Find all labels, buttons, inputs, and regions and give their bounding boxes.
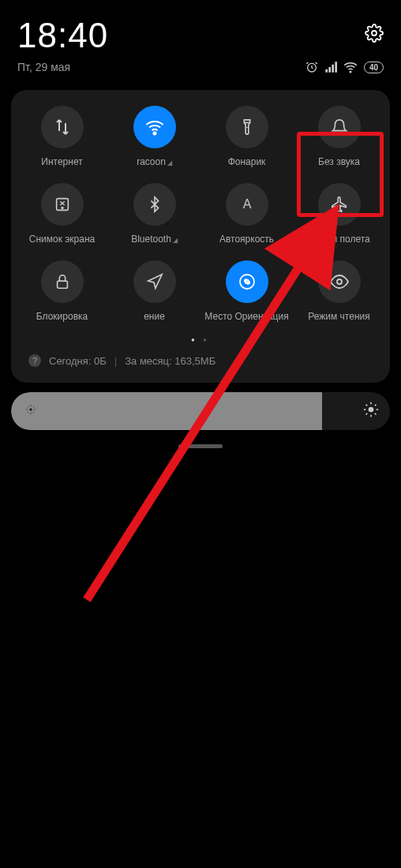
date-label: Пт, 29 мая [17,61,70,73]
qs-tile-flashlight[interactable]: Фонарик [202,106,291,167]
clock-time: 18:40 [17,16,108,55]
svg-line-30 [375,405,377,406]
svg-line-21 [33,406,34,407]
tile-label: ение [144,311,165,322]
brightness-low-icon [25,404,36,418]
data-transfer-icon[interactable] [41,106,84,148]
svg-line-19 [33,412,34,413]
tile-label: Снимок экрана [29,234,96,245]
svg-point-0 [372,31,377,36]
location-icon[interactable] [133,260,176,303]
svg-point-22 [369,407,374,413]
eye-icon[interactable] [318,260,361,303]
qs-tile-screenshot[interactable]: Снимок экрана [17,183,107,245]
tile-label: Bluetooth◢ [131,234,178,245]
svg-point-13 [29,408,32,411]
battery-badge: 40 [364,62,384,73]
qs-tile-orientation[interactable]: Место Ориентация [202,260,291,322]
svg-text:A: A [242,197,251,211]
brightness-high-icon [363,402,379,421]
status-bar-icons: 40 [305,60,384,74]
tile-label: racoon◢ [137,156,172,167]
screenshot-icon[interactable] [41,183,84,226]
brightness-slider[interactable] [11,392,390,430]
alarm-icon [305,61,318,73]
qs-tile-data-transfer[interactable]: Интернет [17,106,107,167]
svg-line-28 [375,413,377,415]
svg-line-20 [28,412,28,413]
svg-point-3 [153,133,156,135]
data-usage-row: ? Сегодня: 0Б | За месяц: 163,5МБ [17,351,384,372]
svg-line-18 [28,406,28,407]
svg-line-27 [366,405,368,406]
signal-icon [324,61,337,73]
drag-handle[interactable] [178,444,223,448]
chevron-icon: ◢ [167,159,172,166]
tile-label: Автояркость [219,234,274,245]
chevron-icon: ◢ [173,237,178,244]
tile-label: Режим чтения [308,311,369,322]
wifi-icon[interactable] [133,106,176,148]
page-indicator: ● ● [17,336,384,343]
qs-tile-bluetooth[interactable]: Bluetooth◢ [110,183,199,245]
qs-tile-wifi[interactable]: racoon◢ [110,106,199,167]
tile-label: Режим полета [308,234,370,245]
qs-tile-lock[interactable]: Блокировка [17,260,107,322]
annotation-highlight-box [297,132,384,217]
qs-tile-auto-brightness[interactable]: AАвтояркость [202,183,291,245]
orientation-icon[interactable] [226,260,268,303]
svg-point-12 [337,279,342,284]
svg-point-2 [350,71,351,73]
lock-icon[interactable] [41,260,84,303]
qs-tile-location[interactable]: ение [110,260,199,322]
tile-label: Блокировка [36,311,88,322]
tile-label: Интернет [41,156,82,167]
flashlight-icon[interactable] [226,106,268,148]
tile-label: Фонарик [228,156,266,167]
svg-rect-9 [57,281,67,288]
svg-point-7 [62,208,63,209]
info-icon: ? [28,354,41,367]
qs-tile-eye[interactable]: Режим чтения [294,260,384,322]
bluetooth-icon[interactable] [133,183,176,226]
tile-label: Место Ориентация [204,311,288,322]
wifi-status-icon [343,60,358,74]
settings-gear-icon[interactable] [365,24,384,46]
auto-brightness-icon[interactable]: A [226,183,268,226]
svg-line-29 [366,413,368,415]
